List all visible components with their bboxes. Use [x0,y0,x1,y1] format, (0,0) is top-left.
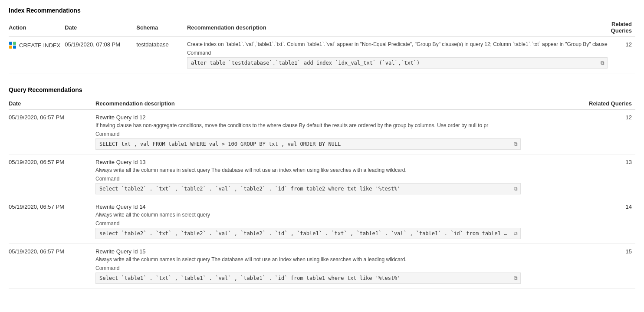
related-queries-cell: 13 [582,154,635,199]
command-box: SELECT txt , val FROM table1 WHERE val >… [95,138,521,150]
query-recommendations-table: Date Recommendation description Related … [9,98,635,289]
command-box: Select `table2` . `txt` , `table2` . `va… [95,183,521,194]
table-row: 05/19/2020, 06:57 PM Rewrite Query Id 12… [9,110,635,154]
date-cell: 05/19/2020, 06:57 PM [9,110,95,154]
copy-icon[interactable]: ⧉ [514,141,518,147]
related-queries-cell: 12 [611,37,635,73]
command-label: Command [95,176,579,182]
query-recommendations-section: Query Recommendations Date Recommendatio… [9,86,635,289]
query-recommendations-title: Query Recommendations [9,86,635,93]
col-header-qr-date: Date [9,98,95,110]
desc-text: Always write all the column names in sel… [95,212,521,218]
command-label: Command [95,131,579,137]
col-header-description: Recommendation description [187,18,611,37]
create-index-icon [9,41,16,49]
copy-icon[interactable]: ⧉ [514,230,518,236]
description-cell: Rewrite Query Id 12 If having clause has… [95,110,582,154]
command-label: Command [187,50,608,56]
related-queries-cell: 15 [582,244,635,289]
index-recommendations-section: Index Recommendations Action Date Schema… [9,7,635,73]
action-label: CREATE INDEX [19,42,60,49]
svg-rect-3 [13,46,16,49]
col-header-qr-related-queries: Related Queries [582,98,635,110]
col-header-schema: Schema [136,18,187,37]
command-box: alter table `testdatabase`.`table1` add … [187,57,608,69]
date-cell: 05/19/2020, 06:57 PM [9,244,95,289]
desc-title: Rewrite Query Id 14 [95,204,579,210]
description-cell: Rewrite Query Id 14 Always write all the… [95,199,582,244]
desc-title: Rewrite Query Id 13 [95,159,579,165]
svg-rect-2 [9,46,12,49]
description-cell: Rewrite Query Id 15 Always write all the… [95,244,582,289]
col-header-related-queries-idx: Related Queries [611,18,635,37]
index-recommendations-title: Index Recommendations [9,7,635,14]
table-row: CREATE INDEX 05/19/2020, 07:08 PM testda… [9,37,635,73]
date-cell: 05/19/2020, 06:57 PM [9,199,95,244]
desc-text: If having clause has non-aggregate condi… [95,122,521,128]
index-recommendations-table: Action Date Schema Recommendation descri… [9,18,635,73]
col-header-date: Date [65,18,136,37]
desc-title: Rewrite Query Id 15 [95,248,579,255]
desc-text: Always write all the column names in sel… [95,256,521,263]
desc-text: Create index on `table1`.`val`,`table1`.… [187,41,608,47]
table-row: 05/19/2020, 06:57 PM Rewrite Query Id 13… [9,154,635,199]
description-cell: Rewrite Query Id 13 Always write all the… [95,154,582,199]
command-box: Select `table1` . `txt` , `table1` . `va… [95,273,521,284]
col-header-qr-description: Recommendation description [95,98,582,110]
command-label: Command [95,220,579,227]
table-row: 05/19/2020, 06:57 PM Rewrite Query Id 14… [9,199,635,244]
svg-rect-1 [13,42,16,45]
schema-cell: testdatabase [136,37,187,73]
copy-icon[interactable]: ⧉ [514,186,518,192]
desc-title: Rewrite Query Id 12 [95,114,579,121]
svg-rect-0 [9,42,12,45]
command-label: Command [95,265,579,271]
copy-icon[interactable]: ⧉ [514,275,518,281]
description-cell: Create index on `table1`.`val`,`table1`.… [187,37,611,73]
related-queries-cell: 12 [582,110,635,154]
desc-text: Always write all the column names in sel… [95,167,521,173]
command-box: select `table2` . `txt` , `table2` . `va… [95,228,521,239]
date-cell: 05/19/2020, 06:57 PM [9,154,95,199]
action-cell: CREATE INDEX [9,37,65,73]
col-header-action: Action [9,18,65,37]
copy-icon[interactable]: ⧉ [601,60,605,66]
table-row: 05/19/2020, 06:57 PM Rewrite Query Id 15… [9,244,635,289]
date-cell: 05/19/2020, 07:08 PM [65,37,136,73]
related-queries-cell: 14 [582,199,635,244]
